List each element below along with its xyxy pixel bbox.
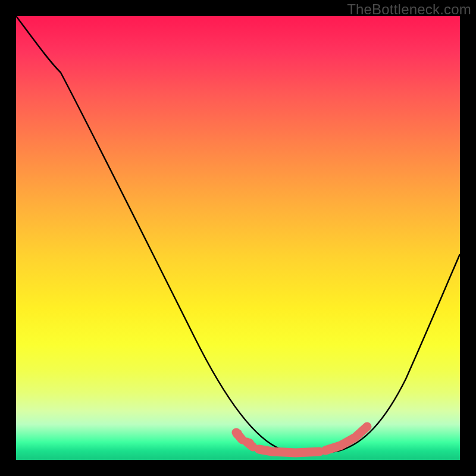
bottleneck-curve bbox=[16, 16, 460, 453]
plot-area bbox=[16, 16, 460, 460]
band-dot bbox=[233, 429, 242, 439]
curve-layer bbox=[16, 16, 460, 460]
chart-frame: TheBottleneck.com bbox=[0, 0, 476, 476]
band-dot bbox=[245, 439, 254, 448]
watermark-text: TheBottleneck.com bbox=[347, 1, 471, 18]
